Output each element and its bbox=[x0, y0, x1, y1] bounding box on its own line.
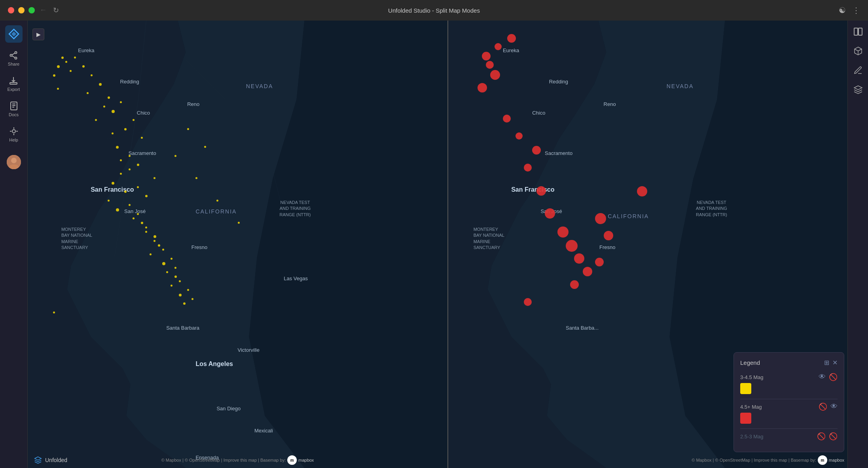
docs-label: Docs bbox=[9, 112, 19, 117]
svg-point-17 bbox=[11, 158, 17, 163]
svg-rect-21 bbox=[859, 28, 862, 35]
app-logo[interactable] bbox=[5, 25, 23, 43]
legend-title: Legend bbox=[740, 359, 760, 366]
svg-line-23 bbox=[855, 49, 858, 51]
back-button[interactable]: ← bbox=[40, 6, 47, 15]
titlebar: ← ↻ Unfolded Studio - Split Map Modes ☯ … bbox=[0, 0, 868, 21]
legend-vis-45[interactable]: 🚫 👁 bbox=[819, 402, 838, 411]
legend-divider-1 bbox=[740, 399, 838, 399]
legend-row-45: 4.5+ Mag 🚫 👁 bbox=[740, 402, 838, 411]
split-map-icon[interactable] bbox=[853, 27, 863, 38]
legend-hide-icon2[interactable]: 🚫 bbox=[819, 402, 827, 411]
legend-show-icon2[interactable]: 👁 bbox=[830, 402, 838, 411]
reload-button[interactable]: ↻ bbox=[53, 6, 59, 15]
user-avatar[interactable] bbox=[7, 155, 21, 169]
svg-rect-20 bbox=[854, 28, 858, 35]
sidebar-item-help[interactable]: Help bbox=[9, 126, 19, 142]
svg-line-5 bbox=[12, 56, 15, 57]
close-button[interactable] bbox=[8, 7, 14, 13]
legend-actions[interactable]: ⊞ ✕ bbox=[824, 359, 838, 366]
window-title: Unfolded Studio - Split Map Modes bbox=[388, 7, 480, 14]
legend-vis-345[interactable]: 👁 🚫 bbox=[819, 373, 838, 381]
map-tools bbox=[847, 21, 868, 468]
legend-expand-icon[interactable]: ⊞ bbox=[824, 359, 829, 366]
toggle-panel-button[interactable]: ▶ bbox=[32, 28, 44, 40]
legend-hide-icon4[interactable]: 🚫 bbox=[829, 432, 838, 441]
legend-row-253: 2.5-3 Mag 🚫 🚫 bbox=[740, 432, 838, 441]
legend-row-345: 3-4.5 Mag 👁 🚫 bbox=[740, 373, 838, 381]
menu-icon[interactable]: ⋮ bbox=[852, 6, 860, 15]
svg-point-1 bbox=[15, 52, 17, 54]
nav-controls: ← ↻ bbox=[40, 6, 59, 15]
export-label: Export bbox=[8, 87, 20, 92]
titlebar-actions: ☯ ⋮ bbox=[839, 6, 860, 15]
mapbox-logo-right: m mapbox bbox=[818, 455, 844, 465]
legend-divider-2 bbox=[740, 428, 838, 429]
attribution-left: © Mapbox | © OpenStreetMap | Improve thi… bbox=[161, 455, 314, 465]
maximize-button[interactable] bbox=[28, 7, 35, 13]
share-label: Share bbox=[8, 62, 19, 66]
legend-show-icon[interactable]: 👁 bbox=[819, 373, 826, 381]
legend-hide-icon3[interactable]: 🚫 bbox=[817, 432, 826, 441]
legend-close-icon[interactable]: ✕ bbox=[832, 359, 838, 366]
map-container: ▶ Eureka Redding Chico Reno NEVADA Sacra… bbox=[28, 21, 868, 468]
svg-line-24 bbox=[858, 49, 862, 51]
left-sidebar: Share Export Docs Help bbox=[0, 21, 28, 468]
3d-cube-icon[interactable] bbox=[853, 46, 863, 58]
draw-icon[interactable] bbox=[853, 66, 863, 77]
sidebar-item-share[interactable]: Share bbox=[8, 51, 19, 66]
legend-color-red bbox=[740, 413, 751, 424]
map-right[interactable]: Eureka Redding Chico Reno NEVADA Sacrame… bbox=[448, 21, 868, 468]
map-left[interactable]: ▶ Eureka Redding Chico Reno NEVADA Sacra… bbox=[28, 21, 448, 468]
window-controls bbox=[8, 7, 35, 13]
legend-vis-253[interactable]: 🚫 🚫 bbox=[817, 432, 838, 441]
svg-rect-6 bbox=[10, 83, 17, 84]
svg-point-11 bbox=[12, 130, 15, 133]
attribution-right: © Mapbox | © OpenStreetMap | Improve thi… bbox=[692, 455, 844, 465]
legend-label-45: 4.5+ Mag bbox=[740, 404, 762, 410]
brand-name: Unfolded bbox=[45, 457, 67, 463]
legend-item-253: 2.5-3 Mag 🚫 🚫 bbox=[740, 432, 838, 441]
extension-icon[interactable]: ☯ bbox=[839, 6, 846, 15]
svg-point-2 bbox=[10, 55, 12, 57]
svg-point-3 bbox=[15, 57, 17, 59]
legend-label-345: 3-4.5 Mag bbox=[740, 374, 764, 380]
legend-header: Legend ⊞ ✕ bbox=[740, 359, 838, 366]
sidebar-item-docs[interactable]: Docs bbox=[9, 101, 19, 117]
svg-line-4 bbox=[12, 53, 15, 55]
legend-panel: Legend ⊞ ✕ 3-4.5 Mag 👁 🚫 bbox=[733, 352, 844, 452]
legend-item-345: 3-4.5 Mag 👁 🚫 bbox=[740, 373, 838, 394]
legend-item-45: 4.5+ Mag 🚫 👁 bbox=[740, 402, 838, 424]
legend-label-253: 2.5-3 Mag bbox=[740, 434, 764, 440]
layers-icon[interactable] bbox=[853, 85, 863, 96]
help-label: Help bbox=[9, 138, 18, 142]
minimize-button[interactable] bbox=[18, 7, 25, 13]
sidebar-item-export[interactable]: Export bbox=[8, 76, 20, 92]
mapbox-logo-left: m mapbox bbox=[287, 455, 314, 465]
unfolded-brand-left: Unfolded bbox=[34, 456, 67, 464]
legend-hide-icon[interactable]: 🚫 bbox=[829, 373, 838, 381]
legend-color-yellow bbox=[740, 383, 751, 394]
